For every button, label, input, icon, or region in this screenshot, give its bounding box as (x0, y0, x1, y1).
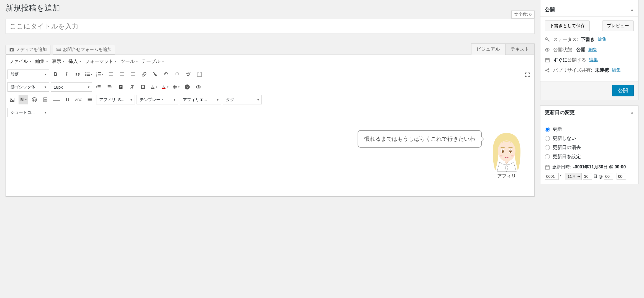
affili-s-select[interactable]: アフィリ_S... (96, 95, 135, 104)
radio-no-update[interactable]: 更新しない (545, 135, 634, 142)
svg-text:3: 3 (96, 75, 97, 77)
post-title-input[interactable] (6, 19, 535, 34)
undo-button[interactable] (161, 70, 171, 79)
text-color-button[interactable]: A▼ (160, 82, 170, 92)
template-select[interactable]: テンプレート (137, 95, 178, 104)
svg-text:?: ? (186, 85, 189, 89)
bullet-list-button[interactable]: ▼ (84, 70, 93, 79)
source-code-button[interactable] (194, 82, 203, 92)
svg-rect-4 (87, 73, 90, 73)
align-right-button[interactable] (128, 70, 138, 79)
svg-rect-10 (98, 72, 101, 73)
menu-format[interactable]: フォーマット▼ (84, 56, 118, 66)
link-button[interactable] (139, 70, 149, 79)
strikethrough-button[interactable]: ABC (74, 95, 83, 104)
update-date-box-toggle[interactable]: ▲ (630, 111, 634, 114)
outdent-button[interactable] (94, 82, 103, 92)
publish-box-toggle[interactable]: ▲ (630, 8, 634, 12)
background-color-button[interactable]: A▼ (149, 82, 159, 92)
edit-publicize-link[interactable]: 編集 (612, 67, 621, 73)
font-size-select[interactable]: 18px (51, 82, 92, 92)
menu-insert[interactable]: 挿入▼ (67, 56, 83, 66)
help-button[interactable]: ? (183, 82, 192, 92)
visibility-label: 公開状態: (553, 47, 573, 53)
edit-visibility-link[interactable]: 編集 (588, 47, 597, 53)
add-contact-form-label: お問合せフォームを追加 (63, 47, 112, 53)
at-symbol: @ (599, 174, 603, 179)
minute-input[interactable] (617, 173, 626, 180)
radio-set-date[interactable]: 更新日を設定 (545, 153, 634, 160)
menu-file[interactable]: ファイル▼ (8, 56, 33, 66)
menu-edit[interactable]: 編集▼ (34, 56, 50, 66)
tab-text[interactable]: テキスト (505, 43, 535, 55)
table-button[interactable]: ▼ (171, 82, 181, 92)
spellcheck-button[interactable]: ABC (184, 70, 193, 79)
publish-button[interactable]: 公開 (612, 85, 634, 96)
hr-button[interactable]: — (52, 95, 61, 104)
menu-tools[interactable]: ツール▼ (119, 56, 140, 66)
svg-point-68 (510, 150, 511, 151)
hour-input[interactable] (604, 173, 613, 180)
fullscreen-button[interactable] (523, 70, 532, 79)
toggle-toolbar-button[interactable] (195, 70, 204, 79)
pagebreak-button[interactable] (41, 95, 50, 104)
align-center-button[interactable] (117, 70, 127, 79)
svg-rect-39 (151, 88, 154, 89)
save-draft-button[interactable]: 下書きとして保存 (545, 20, 590, 31)
special-char-button[interactable]: Ω (138, 82, 148, 92)
month-select[interactable]: 11月 (565, 173, 582, 180)
preview-button[interactable]: プレビュー (602, 20, 634, 31)
editor-content-area[interactable]: 慣れるまではもうしばらくこれで行きたいわ (6, 119, 535, 197)
edit-status-link[interactable]: 編集 (598, 37, 607, 42)
page-title: 新規投稿を追加 (6, 3, 535, 13)
add-media-button[interactable]: メディアを追加 (6, 45, 50, 55)
tab-visual[interactable]: ビジュアル (471, 43, 505, 55)
radio-clear-date[interactable]: 更新日の消去 (545, 144, 634, 151)
svg-rect-56 (44, 98, 47, 99)
blockquote-button[interactable] (73, 70, 82, 79)
justify-button[interactable] (85, 95, 94, 104)
schedule-prefix: すぐに (553, 57, 567, 63)
calendar-icon (545, 58, 550, 63)
svg-rect-34 (108, 86, 111, 87)
align-left-button[interactable] (106, 70, 116, 79)
shortcode-select[interactable]: ショートコ... (7, 108, 49, 117)
menu-view[interactable]: 表示▼ (51, 56, 66, 66)
svg-rect-0 (57, 48, 61, 49)
update-datetime-value: -0001年11月30日 @ 00:00 (573, 164, 626, 170)
svg-point-62 (498, 140, 515, 161)
font-family-select[interactable]: 游ゴシック体 (7, 82, 49, 92)
unlink-button[interactable] (150, 70, 160, 79)
svg-rect-49 (10, 98, 14, 102)
svg-rect-1 (57, 50, 58, 51)
svg-rect-16 (109, 74, 111, 74)
paste-text-button[interactable]: T (116, 82, 125, 92)
word-count-label: 文字数: (514, 12, 528, 17)
underline-button[interactable]: U (63, 95, 72, 104)
highlight-color-button[interactable]: A▼ (19, 95, 28, 104)
tag-select[interactable]: タグ (223, 95, 262, 104)
svg-rect-73 (545, 58, 549, 62)
numbered-list-button[interactable]: 123▼ (95, 70, 104, 79)
radio-update[interactable]: 更新 (545, 126, 634, 132)
edit-schedule-link[interactable]: 編集 (589, 57, 598, 63)
paragraph-select[interactable]: 段落 (7, 70, 49, 79)
italic-button[interactable]: I (62, 70, 71, 79)
svg-rect-42 (173, 85, 177, 89)
publish-box: 公開 ▲ 下書きとして保存 プレビュー ステータス: 下書き 編集 公開状態: (540, 0, 638, 100)
menu-table[interactable]: テーブル▼ (140, 56, 165, 66)
year-input[interactable] (545, 173, 559, 180)
day-input[interactable] (583, 173, 592, 180)
svg-rect-60 (88, 99, 92, 100)
image-button[interactable] (7, 95, 17, 104)
year-suffix: 年 (560, 174, 564, 179)
bold-button[interactable]: B (51, 70, 60, 79)
svg-point-7 (85, 75, 86, 76)
affiliate-select[interactable]: アフィリエ... (180, 95, 221, 104)
add-contact-form-button[interactable]: お問合せフォームを追加 (53, 45, 115, 55)
indent-button[interactable] (105, 82, 114, 92)
svg-rect-58 (44, 100, 47, 102)
emoji-button[interactable] (30, 95, 39, 104)
redo-button[interactable] (173, 70, 182, 79)
clear-formatting-button[interactable] (127, 82, 137, 92)
